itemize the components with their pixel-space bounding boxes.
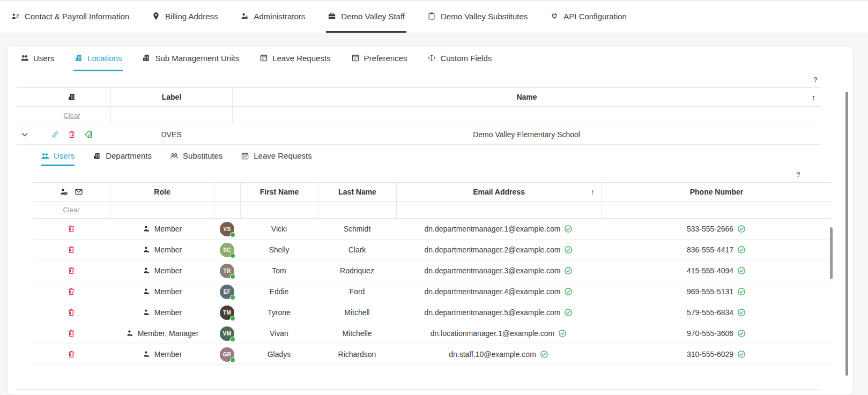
user-role-cell: Member <box>110 245 214 254</box>
clear-filters-link[interactable]: Clear <box>63 111 80 120</box>
top-tab-icon <box>550 12 559 20</box>
staff-tab-icon <box>20 54 29 62</box>
verified-check-icon <box>558 329 567 338</box>
first-name-column-header[interactable]: First Name <box>240 183 318 201</box>
location-time-settings-button[interactable] <box>84 130 93 139</box>
top-tab[interactable]: Billing Address <box>150 1 219 33</box>
role-column-header[interactable]: Role <box>110 183 214 201</box>
email-filter-input[interactable] <box>396 202 601 218</box>
user-role-cell: Member <box>110 350 214 359</box>
email-users-icon[interactable] <box>75 188 83 196</box>
add-user-icon[interactable] <box>60 188 68 196</box>
sort-ascending-icon: ↑ <box>812 93 816 102</box>
avatar-initials: TR <box>224 268 231 274</box>
top-tab-icon <box>240 12 249 20</box>
verified-check-icon <box>737 287 746 296</box>
user-last-name: Schmidt <box>318 225 396 233</box>
location-tab[interactable]: Substitutes <box>170 151 222 166</box>
last-name-column-header[interactable]: Last Name <box>318 183 396 201</box>
delete-user-button[interactable] <box>67 350 76 359</box>
staff-panel-card: Users Locations Sub Management Units Lea… <box>7 46 854 395</box>
help-icon[interactable]: ? <box>810 74 821 85</box>
top-tab[interactable]: API Configuration <box>548 1 628 33</box>
name-filter-input[interactable] <box>232 107 821 124</box>
delete-location-button[interactable] <box>68 130 76 139</box>
staff-tab[interactable]: Leave Requests <box>258 46 331 71</box>
trash-icon <box>67 329 76 338</box>
avatar-status-badge <box>230 253 235 258</box>
location-tab[interactable]: Leave Requests <box>241 151 311 166</box>
role-person-icon <box>142 350 151 359</box>
email-column-header[interactable]: Email Address ↑ <box>396 183 601 201</box>
chevron-down-icon <box>20 130 29 139</box>
user-phone: 533-555-2666 <box>687 225 733 233</box>
staff-tab[interactable]: Sub Management Units <box>141 46 240 71</box>
trash-icon <box>67 245 76 254</box>
user-row: Member EF Eddie Ford dn.departmentmanage… <box>33 281 832 302</box>
location-label-cell: DVES <box>110 130 232 139</box>
top-tab[interactable]: Contact & Payroll Information <box>10 1 131 33</box>
location-tab[interactable]: Users <box>41 151 75 166</box>
panel-scrollbar[interactable] <box>845 92 848 376</box>
staff-tab-icon <box>75 54 83 62</box>
sort-ascending-icon: ↑ <box>591 188 595 196</box>
label-column-header[interactable]: Label <box>110 88 232 106</box>
avatar-status-badge <box>230 357 235 363</box>
users-table-scrollbar[interactable] <box>830 227 833 279</box>
top-tab[interactable]: Demo Valley Staff <box>326 1 406 33</box>
phone-filter-input[interactable] <box>601 202 832 218</box>
delete-user-button[interactable] <box>67 266 76 275</box>
avatar: VS <box>220 222 234 236</box>
name-column-header[interactable]: Name ↑ <box>232 88 821 106</box>
phone-column-header[interactable]: Phone Number <box>601 183 832 201</box>
add-location-icon[interactable] <box>68 93 76 101</box>
user-row: Member GR Gladys Richardson dn.staff.10@… <box>33 344 832 365</box>
trash-icon <box>67 266 76 275</box>
avatar: TM <box>220 305 234 320</box>
staff-tab-label: Sub Management Units <box>155 54 239 63</box>
user-actions-header <box>33 183 110 201</box>
top-tab[interactable]: Administrators <box>239 1 307 33</box>
top-tab[interactable]: Demo Valley Substitutes <box>426 1 529 33</box>
avatar-filter-spacer <box>214 202 240 218</box>
location-row-actions <box>33 130 110 139</box>
verified-check-icon <box>737 329 746 338</box>
avatar: GR <box>220 347 234 362</box>
staff-tab[interactable]: Custom Fields <box>426 46 493 71</box>
staff-tab-label: Users <box>33 54 54 63</box>
delete-user-button[interactable] <box>67 308 76 317</box>
staff-tab[interactable]: Users <box>19 46 55 71</box>
delete-user-button[interactable] <box>67 329 76 338</box>
location-name-cell: Demo Valley Elementary School <box>232 130 821 139</box>
delete-user-button[interactable] <box>67 225 76 233</box>
role-filter-input[interactable] <box>110 202 214 218</box>
last-name-filter-input[interactable] <box>318 202 396 218</box>
top-tab-label: API Configuration <box>563 12 627 21</box>
user-phone: 969-555-5131 <box>687 287 733 296</box>
first-name-filter-input[interactable] <box>240 202 318 218</box>
edit-location-button[interactable] <box>51 130 60 139</box>
avatar: SC <box>220 243 234 257</box>
top-tab-icon <box>328 12 336 20</box>
verified-check-icon <box>737 245 746 254</box>
location-tab-label: Leave Requests <box>254 151 311 160</box>
role-person-icon <box>125 329 134 338</box>
delete-user-button[interactable] <box>67 287 76 296</box>
staff-tab[interactable]: Locations <box>73 46 123 71</box>
clear-filters-link[interactable]: Clear <box>63 206 79 214</box>
avatar-status-badge <box>230 337 235 342</box>
help-icon[interactable]: ? <box>793 169 804 180</box>
avatar-initials: SC <box>223 247 231 253</box>
user-role-cell: Member <box>110 225 214 233</box>
avatar-initials: EF <box>224 289 231 295</box>
user-role-cell: Member <box>110 308 214 317</box>
location-tab[interactable]: Departments <box>93 151 152 166</box>
role-person-icon <box>142 266 151 275</box>
staff-tab[interactable]: Preferences <box>350 46 409 71</box>
tag-clock-icon <box>84 130 93 139</box>
user-email: dn.staff.10@example.com <box>449 350 536 359</box>
user-last-name: Mitchell <box>318 308 396 317</box>
delete-user-button[interactable] <box>67 245 76 254</box>
collapse-row-button[interactable] <box>17 130 33 139</box>
label-filter-input[interactable] <box>110 107 232 124</box>
